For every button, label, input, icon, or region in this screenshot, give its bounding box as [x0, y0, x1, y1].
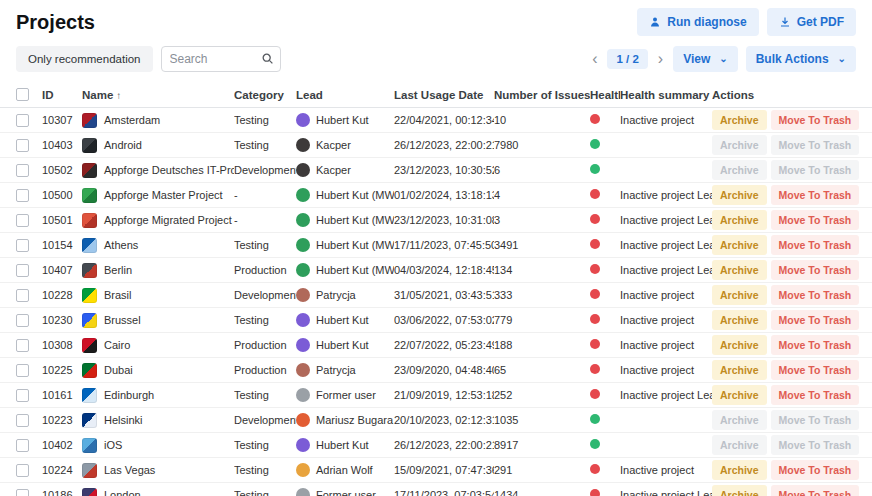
row-checkbox[interactable]: [16, 339, 29, 352]
archive-button[interactable]: Archive: [712, 335, 767, 355]
bulk-actions-dropdown[interactable]: Bulk Actions ⌄: [746, 46, 856, 72]
row-checkbox[interactable]: [16, 139, 29, 152]
lead-name: Kacper: [316, 139, 351, 151]
prev-page-button[interactable]: ‹: [590, 51, 599, 67]
move-to-trash-button[interactable]: Move To Trash: [771, 460, 860, 480]
archive-button[interactable]: Archive: [712, 485, 767, 496]
archive-button[interactable]: Archive: [712, 360, 767, 380]
move-to-trash-button[interactable]: Move To Trash: [771, 210, 860, 230]
project-name[interactable]: Berlin: [104, 264, 132, 276]
archive-button[interactable]: Archive: [712, 385, 767, 405]
row-checkbox[interactable]: [16, 189, 29, 202]
run-diagnose-button[interactable]: Run diagnose: [637, 8, 758, 36]
column-header-name[interactable]: Name↑: [82, 89, 234, 101]
select-all-checkbox[interactable]: [16, 88, 29, 101]
move-to-trash-button[interactable]: Move To Trash: [771, 385, 860, 405]
move-to-trash-button[interactable]: Move To Trash: [771, 485, 860, 496]
row-id: 10502: [42, 164, 82, 176]
only-recommendation-button[interactable]: Only recommendation: [16, 46, 153, 72]
move-to-trash-button[interactable]: Move To Trash: [771, 235, 860, 255]
row-checkbox[interactable]: [16, 414, 29, 427]
view-dropdown[interactable]: View ⌄: [673, 46, 738, 72]
row-category: Development: [234, 289, 296, 301]
move-to-trash-button[interactable]: Move To Trash: [771, 435, 860, 455]
archive-button[interactable]: Archive: [712, 310, 767, 330]
move-to-trash-button[interactable]: Move To Trash: [771, 360, 860, 380]
page-indicator: 1 / 2: [607, 49, 647, 69]
projects-page: Projects Run diagnose Get PDF Only recom…: [0, 0, 872, 496]
archive-button[interactable]: Archive: [712, 260, 767, 280]
archive-button[interactable]: Archive: [712, 410, 767, 430]
project-name[interactable]: Dubai: [104, 364, 133, 376]
archive-button[interactable]: Archive: [712, 135, 767, 155]
row-checkbox[interactable]: [16, 239, 29, 252]
row-checkbox[interactable]: [16, 114, 29, 127]
row-checkbox[interactable]: [16, 289, 29, 302]
move-to-trash-button[interactable]: Move To Trash: [771, 410, 860, 430]
row-last-usage-date: 01/02/2024, 13:18:13: [394, 189, 494, 201]
project-name[interactable]: Brasil: [104, 289, 132, 301]
project-name[interactable]: Appforge Master Project: [104, 189, 223, 201]
lead-avatar: [296, 263, 310, 277]
row-checkbox[interactable]: [16, 264, 29, 277]
project-name[interactable]: iOS: [104, 439, 122, 451]
row-id: 10224: [42, 464, 82, 476]
get-pdf-label: Get PDF: [797, 15, 844, 29]
move-to-trash-button[interactable]: Move To Trash: [771, 110, 860, 130]
row-id: 10225: [42, 364, 82, 376]
row-checkbox[interactable]: [16, 439, 29, 452]
project-icon: [82, 288, 97, 303]
column-header-category: Category: [234, 89, 296, 101]
project-name[interactable]: Las Vegas: [104, 464, 155, 476]
project-name[interactable]: Amsterdam: [104, 114, 160, 126]
archive-button[interactable]: Archive: [712, 160, 767, 180]
get-pdf-button[interactable]: Get PDF: [767, 8, 856, 36]
project-name[interactable]: Athens: [104, 239, 138, 251]
lead-avatar: [296, 438, 310, 452]
move-to-trash-button[interactable]: Move To Trash: [771, 160, 860, 180]
row-checkbox[interactable]: [16, 464, 29, 477]
table-row: 10501Appforge Migrated Project-Hubert Ku…: [0, 208, 872, 233]
row-health-summary: Inactive project Lead: [620, 189, 712, 201]
row-category: Testing: [234, 464, 296, 476]
project-icon: [82, 313, 97, 328]
table-row: 10228BrasilDevelopmentPatrycja31/05/2021…: [0, 283, 872, 308]
health-status-dot: [590, 339, 600, 349]
move-to-trash-button[interactable]: Move To Trash: [771, 310, 860, 330]
project-name[interactable]: London: [104, 489, 141, 496]
move-to-trash-button[interactable]: Move To Trash: [771, 260, 860, 280]
row-checkbox[interactable]: [16, 364, 29, 377]
row-category: Production: [234, 339, 296, 351]
row-checkbox[interactable]: [16, 314, 29, 327]
move-to-trash-button[interactable]: Move To Trash: [771, 185, 860, 205]
project-name[interactable]: Android: [104, 139, 142, 151]
archive-button[interactable]: Archive: [712, 435, 767, 455]
move-to-trash-button[interactable]: Move To Trash: [771, 335, 860, 355]
archive-button[interactable]: Archive: [712, 285, 767, 305]
row-health-summary: Inactive project: [620, 364, 712, 376]
search-icon: [261, 52, 274, 65]
column-header-issues: Number of Issues: [494, 89, 590, 101]
row-checkbox[interactable]: [16, 489, 29, 496]
row-checkbox[interactable]: [16, 389, 29, 402]
archive-button[interactable]: Archive: [712, 210, 767, 230]
lead-avatar: [296, 313, 310, 327]
move-to-trash-button[interactable]: Move To Trash: [771, 135, 860, 155]
archive-button[interactable]: Archive: [712, 460, 767, 480]
archive-button[interactable]: Archive: [712, 235, 767, 255]
project-name[interactable]: Appforge Migrated Project: [104, 214, 232, 226]
project-name[interactable]: Brussel: [104, 314, 141, 326]
row-checkbox[interactable]: [16, 214, 29, 227]
row-checkbox[interactable]: [16, 164, 29, 177]
project-icon: [82, 213, 97, 228]
archive-button[interactable]: Archive: [712, 185, 767, 205]
page-header: Projects Run diagnose Get PDF: [0, 0, 872, 38]
move-to-trash-button[interactable]: Move To Trash: [771, 285, 860, 305]
project-name[interactable]: Edinburgh: [104, 389, 154, 401]
project-name[interactable]: Cairo: [104, 339, 130, 351]
archive-button[interactable]: Archive: [712, 110, 767, 130]
next-page-button[interactable]: ›: [656, 51, 665, 67]
project-name[interactable]: Helsinki: [104, 414, 143, 426]
row-id: 10407: [42, 264, 82, 276]
project-name[interactable]: Appforge Deutsches IT-Projekt: [104, 164, 234, 176]
